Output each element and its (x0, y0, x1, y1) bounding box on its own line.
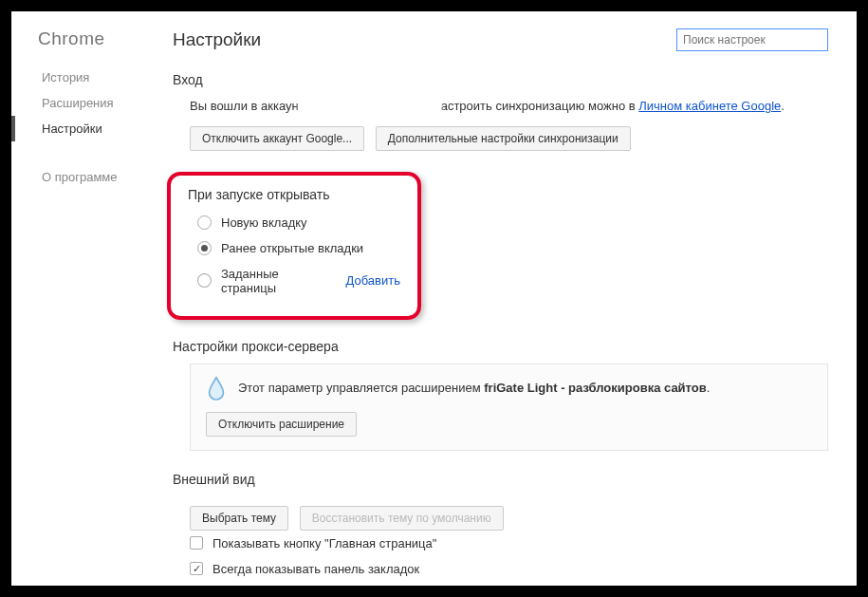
section-title-login: Вход (173, 72, 828, 87)
sidebar: Chrome История Расширения Настройки О пр… (11, 11, 163, 586)
app-title: Chrome (11, 28, 163, 65)
radio-icon (197, 241, 212, 255)
advanced-sync-button[interactable]: Дополнительные настройки синхронизации (376, 126, 631, 151)
checkbox-icon (190, 562, 203, 575)
sidebar-item-label: О программе (42, 170, 118, 184)
radio-label: Заданные страницы (221, 267, 337, 295)
startup-option-newtab[interactable]: Новую вкладку (197, 210, 400, 235)
radio-label: Ранее открытые вкладки (221, 241, 363, 255)
frigate-icon (206, 376, 227, 401)
section-login: Вход Вы вошли в аккаунастроить синхрониз… (173, 72, 828, 151)
section-appearance: Внешний вид Выбрать тему Восстановить те… (173, 472, 828, 582)
startup-option-continue[interactable]: Ранее открытые вкладки (197, 235, 400, 261)
section-title-appearance: Внешний вид (173, 472, 828, 487)
login-period: . (781, 99, 785, 113)
google-account-link[interactable]: Личном кабинете Google (638, 99, 781, 113)
checkbox-label: Всегда показывать панель закладок (212, 562, 419, 576)
sidebar-item-extensions[interactable]: Расширения (11, 90, 163, 116)
reset-theme-button: Восстановить тему по умолчанию (300, 506, 504, 531)
settings-window: Chrome История Расширения Настройки О пр… (11, 11, 857, 586)
login-text-prefix: Вы вошли в аккаун (190, 99, 299, 113)
section-proxy: Настройки прокси-сервера Этот параметр у… (173, 339, 828, 451)
show-home-button-checkbox[interactable]: Показывать кнопку "Главная страница" (190, 531, 828, 556)
main-content: Настройки Вход Вы вошли в аккаунастроить… (163, 11, 857, 586)
checkbox-label: Показывать кнопку "Главная страница" (212, 536, 436, 550)
proxy-extension-name: friGate Light - разблокировка сайтов (484, 381, 707, 395)
proxy-managed-box: Этот параметр управляется расширением fr… (190, 364, 828, 451)
login-text: Вы вошли в аккаунастроить синхронизацию … (190, 97, 828, 117)
checkbox-icon (190, 536, 203, 550)
sidebar-item-about[interactable]: О программе (11, 164, 163, 190)
choose-theme-button[interactable]: Выбрать тему (190, 506, 288, 531)
sidebar-item-history[interactable]: История (11, 65, 163, 90)
sidebar-item-label: Настройки (42, 121, 102, 136)
startup-option-pages[interactable]: Заданные страницы Добавить (197, 261, 400, 301)
redacted-email (299, 102, 441, 113)
radio-icon (197, 273, 212, 288)
section-startup-highlight: При запуске открывать Новую вкладку Ране… (167, 172, 421, 320)
section-title-startup: При запуске открывать (188, 187, 400, 202)
sidebar-item-label: Расширения (42, 96, 114, 110)
sidebar-item-settings[interactable]: Настройки (11, 116, 163, 141)
page-title: Настройки (173, 29, 261, 50)
login-text-suffix: астроить синхронизацию можно в (441, 99, 639, 113)
search-input[interactable] (676, 28, 828, 51)
section-title-proxy: Настройки прокси-сервера (173, 339, 828, 354)
radio-label: Новую вкладку (221, 215, 307, 230)
show-bookmarks-bar-checkbox[interactable]: Всегда показывать панель закладок (190, 556, 828, 582)
disable-extension-button[interactable]: Отключить расширение (206, 412, 357, 437)
disconnect-account-button[interactable]: Отключить аккаунт Google... (190, 126, 364, 151)
radio-icon (197, 215, 212, 230)
proxy-managed-text: Этот параметр управляется расширением fr… (238, 381, 710, 395)
page-header: Настройки (173, 28, 828, 51)
sidebar-item-label: История (42, 70, 89, 84)
add-pages-link[interactable]: Добавить (346, 273, 400, 288)
